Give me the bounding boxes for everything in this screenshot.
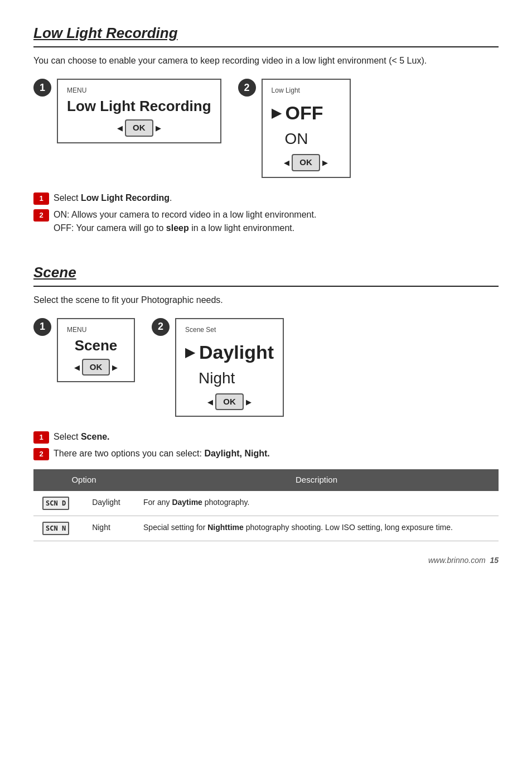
footer-url: www.brinno.com: [428, 556, 486, 565]
section2-title: Scene: [33, 262, 499, 283]
step1-arrow-right: [156, 121, 161, 134]
scene-step1-arrow-left: [74, 360, 80, 374]
step1-menu-box: MENU Low Light Recording OK: [57, 79, 221, 143]
step2-option-on: ON: [272, 127, 341, 151]
section1-desc1-bold: Low Light Recording: [81, 193, 170, 203]
scene-step1-ok-btn[interactable]: OK: [82, 359, 110, 376]
section2-desc2-badge: 2: [33, 448, 49, 460]
section-scene: Scene Select the scene to fit your Photo…: [33, 262, 499, 541]
step2-option-label: Low Light: [272, 85, 341, 95]
table-col1-header: Option: [33, 469, 134, 491]
step2-ok-btn[interactable]: OK: [292, 154, 320, 171]
table-row1-desc: For any Daytime photography.: [134, 491, 499, 516]
scene-step2-ok-btn[interactable]: OK: [215, 393, 244, 411]
section2-desc2-text: There are two options you can select: Da…: [54, 447, 270, 460]
step1-menu-item: Low Light Recording: [67, 98, 211, 115]
section2-intro: Select the scene to fit your Photographi…: [33, 293, 499, 307]
scene-table: Option Description SCN D Daylight For an…: [33, 469, 499, 541]
section1-intro: You can choose to enable your camera to …: [33, 54, 499, 68]
scene-step2-circle: 2: [152, 318, 170, 336]
diagram-step1: 1 MENU Low Light Recording OK: [33, 79, 221, 143]
scene-step2-night: Night: [185, 367, 274, 390]
section1-desc1-text: Select Low Light Recording.: [54, 191, 172, 205]
scene-step2-option-box: Scene Set ▶ Daylight Night OK: [175, 318, 284, 417]
section2-desc2: 2 There are two options you can select: …: [33, 447, 499, 460]
scene-step2-option-label: Scene Set: [185, 325, 274, 335]
section1-desc2: 2 ON: Allows your camera to record video…: [33, 208, 499, 235]
table-row2-badge: SCN N: [33, 516, 83, 541]
section2-desc1-bold: Scene.: [81, 432, 110, 441]
scene-step1-arrow-right: [112, 360, 118, 374]
section1-title: Low Light Recording: [33, 22, 499, 44]
step2-circle: 2: [238, 79, 256, 97]
scene-step1-ok-row: OK: [67, 359, 125, 376]
step1-circle: 1: [33, 79, 51, 97]
table-row: SCN D Daylight For any Daytime photograp…: [33, 491, 499, 516]
section1-desc1-badge: 1: [33, 192, 49, 205]
section-low-light: Low Light Recording You can choose to en…: [33, 22, 499, 235]
table-row: SCN N Night Special setting for Nighttim…: [33, 516, 499, 541]
scene-step2-daylight: ▶ Daylight: [185, 338, 274, 367]
footer-page: 15: [490, 556, 499, 565]
scene-step2-arrow-left: [207, 395, 213, 408]
section1-desc2-bold: sleep: [166, 223, 189, 233]
section1-desc2-badge: 2: [33, 209, 49, 222]
step2-arrow-right: [322, 156, 328, 169]
step1-arrow-left: [117, 121, 123, 134]
scene-step1-circle: 1: [33, 318, 51, 336]
table-row2-desc: Special setting for Nighttime photograph…: [134, 516, 499, 541]
table-row1-badge: SCN D: [33, 491, 83, 516]
scene-diagram-step1: 1 MENU Scene OK: [33, 318, 135, 383]
scene-step1-menu-label: MENU: [67, 325, 125, 335]
section1-desc1: 1 Select Low Light Recording.: [33, 191, 499, 205]
step1-menu-label: MENU: [67, 85, 211, 95]
scene-diagram-step2: 2 Scene Set ▶ Daylight Night OK: [152, 318, 284, 417]
triangle-right-icon: ▶: [272, 104, 281, 122]
scene-triangle-right-icon: ▶: [185, 343, 195, 362]
table-row2-label: Night: [83, 516, 134, 541]
footer: www.brinno.com 15: [33, 555, 499, 566]
step2-option-box: Low Light ▶ OFF ON OK: [262, 79, 351, 178]
step1-ok-row: OK: [67, 119, 211, 137]
scene-step2-ok-row: OK: [185, 393, 274, 411]
section2-desc1-badge: 1: [33, 431, 49, 444]
scene-step1-menu-box: MENU Scene OK: [57, 318, 135, 383]
diagram-step2: 2 Low Light ▶ OFF ON OK: [238, 79, 351, 178]
section2-desc1-text: Select Scene.: [54, 430, 110, 444]
section2-desc2-bold: Daylight, Night.: [204, 449, 269, 458]
step2-arrow-left: [284, 156, 289, 169]
step2-option-off: ▶ OFF: [272, 99, 341, 127]
section2-desc1: 1 Select Scene.: [33, 430, 499, 444]
scene-step2-arrow-right: [246, 395, 252, 408]
scene-step1-menu-item: Scene: [67, 337, 125, 354]
section1-desc2-text: ON: Allows your camera to record video i…: [54, 208, 316, 235]
diagrams-row-2: 1 MENU Scene OK 2 Scene Set ▶ Daylight: [33, 318, 499, 417]
step2-ok-row: OK: [272, 154, 341, 171]
diagrams-row-1: 1 MENU Low Light Recording OK 2 Low Ligh…: [33, 79, 499, 178]
step1-ok-btn[interactable]: OK: [125, 119, 153, 137]
table-row1-label: Daylight: [83, 491, 134, 516]
table-col2-header: Description: [134, 469, 499, 491]
